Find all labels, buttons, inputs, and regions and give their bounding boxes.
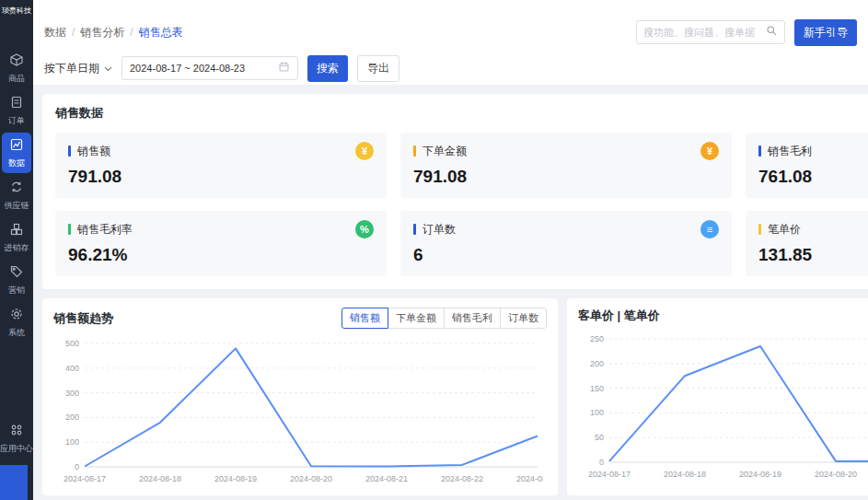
svg-text:250: 250: [590, 334, 604, 343]
tab-order-count[interactable]: 订单数: [500, 308, 547, 329]
svg-text:2024-08-19: 2024-08-19: [214, 474, 257, 483]
guide-button[interactable]: 新手引导: [794, 19, 857, 46]
sidebar-item-marketing[interactable]: 营销: [2, 260, 31, 300]
date-type-dropdown[interactable]: 按下单日期: [44, 61, 112, 76]
svg-text:200: 200: [65, 413, 79, 422]
sidebar-item-products[interactable]: 商品: [2, 48, 31, 88]
inventory-icon: [9, 222, 24, 240]
metric-value: 791.08: [68, 167, 374, 187]
date-range-picker[interactable]: [122, 56, 298, 80]
metric-value: 6: [413, 245, 719, 265]
sidebar-item-label: 订单: [8, 116, 25, 125]
metric-label: 订单数: [422, 222, 456, 238]
app-center-icon: [9, 423, 24, 441]
svg-text:200: 200: [590, 359, 604, 368]
sidebar-bottom-accent[interactable]: [0, 465, 28, 500]
coin-icon: ¥: [700, 142, 719, 160]
line-chart-svg: 01002003004005002024-08-172024-08-182024…: [53, 334, 543, 489]
search-input[interactable]: [643, 27, 766, 38]
svg-text:2024-08-20: 2024-08-20: [290, 474, 332, 483]
svg-text:500: 500: [65, 339, 79, 348]
avg-price-card: 客单价 | 笔单价 0501001502002502024-08-172024-…: [567, 298, 868, 495]
metrics-grid: 销售额 ¥ 791.08 下单金额 ¥ 791.08: [55, 133, 868, 276]
filter-toolbar: 按下单日期 搜索 导出: [33, 52, 868, 85]
search-icon[interactable]: [766, 24, 778, 41]
sidebar-item-app-center[interactable]: 应用中心: [2, 418, 31, 459]
supply-chain-icon: [9, 180, 24, 198]
metric-label: 销售毛利: [768, 144, 812, 159]
order-list-icon: ≡: [700, 220, 719, 238]
accent-bar: [68, 145, 71, 157]
metric-tile-order-count: 订单数 ≡ 6: [400, 211, 732, 276]
y-axis-labels: 050100150200250: [590, 334, 604, 467]
orders-icon: [9, 95, 24, 113]
content-area: 销售数据 销售额 ¥ 791.08: [33, 85, 868, 500]
sales-card-title: 销售数据: [55, 105, 868, 122]
line-chart-svg: 0501001502002502024-08-172024-08-182024-…: [578, 330, 868, 484]
main-area: 数据 / 销售分析 / 销售总表 新手引导 按下单日期 搜索: [33, 0, 868, 500]
metric-tile-gross-profit: 销售毛利 ¥ 761.08: [746, 133, 868, 198]
sales-data-card: 销售数据 销售额 ¥ 791.08: [42, 94, 868, 289]
breadcrumb-current: 销售总表: [139, 25, 183, 41]
sidebar-item-label: 进销存: [5, 243, 29, 252]
y-axis-labels: 0100200300400500: [65, 339, 79, 471]
svg-text:150: 150: [590, 384, 604, 393]
svg-text:2024-08-18: 2024-08-18: [664, 470, 706, 479]
svg-text:400: 400: [65, 364, 79, 373]
sidebar-item-inventory[interactable]: 进销存: [2, 217, 31, 258]
chart-icon: [9, 137, 24, 156]
header: 数据 / 销售分析 / 销售总表 新手引导: [33, 0, 868, 52]
content-inner: 销售数据 销售额 ¥ 791.08: [42, 94, 868, 495]
svg-text:2024-08-21: 2024-08-21: [365, 474, 408, 483]
svg-text:50: 50: [595, 433, 604, 442]
breadcrumb-item[interactable]: 数据: [44, 25, 66, 41]
svg-text:2024-08-17: 2024-08-17: [64, 474, 106, 483]
gear-icon: [9, 307, 24, 325]
svg-text:2024-08-20: 2024-08-20: [815, 470, 857, 479]
svg-text:0: 0: [75, 462, 79, 471]
svg-text:300: 300: [65, 389, 79, 398]
svg-text:2024-08-22: 2024-08-22: [441, 474, 483, 483]
trend-metric-tabs: 销售额 下单金额 销售毛利 订单数: [341, 308, 547, 329]
accent-bar: [758, 224, 761, 235]
metric-label: 销售毛利率: [77, 222, 133, 238]
gridlines: [85, 343, 538, 467]
metric-label: 笔单价: [768, 222, 801, 238]
accent-bar: [413, 145, 416, 157]
yen-icon: ¥: [355, 142, 374, 160]
global-search[interactable]: [636, 20, 785, 44]
svg-text:2024-08-18: 2024-08-18: [139, 474, 181, 483]
breadcrumb-separator: /: [130, 26, 133, 39]
sidebar-item-data[interactable]: 数据: [2, 133, 31, 173]
metric-tile-order-amount: 下单金额 ¥ 791.08: [400, 133, 732, 198]
sidebar-item-label: 系统: [8, 328, 25, 337]
search-button[interactable]: 搜索: [307, 55, 348, 82]
breadcrumb-item[interactable]: 销售分析: [80, 25, 124, 41]
sidebar-item-orders[interactable]: 订单: [2, 90, 31, 131]
date-range-input[interactable]: [130, 63, 272, 74]
metric-label: 销售额: [77, 144, 110, 159]
products-icon: [9, 52, 24, 71]
accent-bar: [68, 224, 71, 235]
svg-text:2024-08-23: 2024-08-23: [516, 474, 543, 483]
svg-text:2024-08-17: 2024-08-17: [588, 470, 631, 479]
calendar-icon[interactable]: [278, 60, 290, 76]
metric-label: 下单金额: [422, 144, 467, 159]
breadcrumb: 数据 / 销售分析 / 销售总表: [44, 25, 183, 41]
sidebar-nav: 商品 订单 数据 供应链 进销存 营销: [0, 47, 33, 343]
avg-price-chart: 0501001502002502024-08-172024-08-182024-…: [578, 330, 868, 488]
accent-bar: [413, 224, 416, 235]
tab-order-amount[interactable]: 下单金额: [388, 308, 445, 329]
charts-row: 销售额趋势 销售额 下单金额 销售毛利 订单数 0100200300400500…: [42, 298, 868, 495]
tab-gross-profit[interactable]: 销售毛利: [444, 308, 501, 329]
sidebar-bottom: 应用中心: [0, 417, 33, 459]
svg-text:0: 0: [599, 458, 604, 467]
tab-sales-amount[interactable]: 销售额: [341, 308, 388, 329]
sidebar-item-system[interactable]: 系统: [2, 302, 31, 343]
chevron-down-icon: [104, 62, 112, 75]
sidebar-item-supply-chain[interactable]: 供应链: [2, 175, 31, 215]
sidebar: 琰赉科技 商品 订单 数据 供应链 进销存: [0, 0, 33, 500]
gridlines: [609, 339, 868, 462]
export-button[interactable]: 导出: [357, 55, 399, 82]
date-type-label: 按下单日期: [44, 61, 99, 76]
